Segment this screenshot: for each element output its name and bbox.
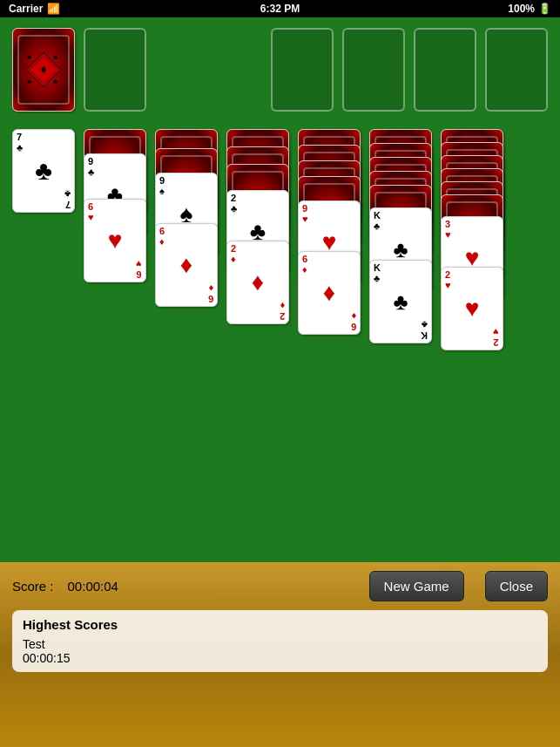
status-time: 6:32 PM: [260, 3, 300, 15]
status-left: Carrier 📶: [9, 3, 60, 15]
svg-text:♦: ♦: [40, 62, 46, 76]
stock-card[interactable]: ♦ ♣ ♣ ♣ ♣: [12, 28, 75, 112]
foundation-1[interactable]: [271, 28, 334, 112]
status-bar: Carrier 📶 6:32 PM 100% 🔋: [0, 0, 560, 17]
score-bar: Score : 00:00:04 New Game Close: [0, 562, 560, 610]
column-3[interactable]: ♦ ♦ 9♠ 9♠ ♠ 6♦ 6♦ ♦: [155, 129, 218, 373]
high-scores-panel: Highest Scores Test 00:00:15: [12, 610, 548, 672]
game-area: ♦ ♣ ♣ ♣ ♣: [0, 17, 560, 580]
column-2[interactable]: ♦ 9♣ 9♣ ♣ 6♥ 6♥ ♥: [84, 129, 146, 329]
card-2h[interactable]: 2♥ 2♥ ♥: [441, 267, 503, 350]
svg-text:♣: ♣: [27, 53, 32, 61]
card-7c[interactable]: 7♣ 7♣ ♣: [12, 129, 75, 213]
stock-pile[interactable]: ♦ ♣ ♣ ♣ ♣: [12, 28, 75, 112]
foundation-2[interactable]: [342, 28, 405, 112]
svg-text:♣: ♣: [53, 53, 58, 61]
waste-pile[interactable]: [84, 28, 146, 112]
high-score-time: 00:00:15: [23, 651, 537, 665]
column-4[interactable]: ♦ ♦ ♦ 2♣ 2♣ ♣ 2♦ 2♦ ♦: [226, 129, 289, 390]
card-6d[interactable]: 6♦ 6♦ ♦: [155, 223, 218, 307]
bottom-panel: Score : 00:00:04 New Game Close Highest …: [0, 562, 560, 747]
close-button[interactable]: Close: [485, 571, 548, 601]
card-6d-col5[interactable]: 6♦ 6♦ ♦: [298, 251, 361, 335]
foundation-3[interactable]: [414, 28, 476, 112]
top-row: ♦ ♣ ♣ ♣ ♣: [0, 17, 560, 112]
battery-icon: 🔋: [538, 3, 551, 15]
wifi-icon: 📶: [47, 3, 60, 15]
new-game-button[interactable]: New Game: [369, 571, 464, 601]
high-score-name: Test: [23, 637, 537, 651]
score-value: 00:00:04: [68, 579, 118, 594]
svg-text:♣: ♣: [27, 78, 32, 85]
column-7[interactable]: ♦ ♦ ♦ ♦ ♦ ♦ 3♥ 3♥ ♥ 2♥: [441, 129, 503, 469]
card-2d[interactable]: 2♦ 2♦ ♦: [226, 241, 289, 324]
card-kc-2[interactable]: K♣ K♣ ♣: [369, 260, 432, 343]
columns-area: 7♣ 7♣ ♣ ♦ 9♣ 9♣ ♣ 6♥: [0, 120, 560, 469]
column-1[interactable]: 7♣ 7♣ ♣: [12, 129, 75, 303]
svg-text:♣: ♣: [53, 78, 58, 85]
carrier-label: Carrier: [9, 3, 43, 15]
column-5[interactable]: ♦ ♦ ♦ ♦ 9♥ 9♥ ♥ 6♦ 6♦ ♦: [298, 129, 361, 425]
card-6h[interactable]: 6♥ 6♥ ♥: [84, 199, 146, 282]
status-right: 100% 🔋: [508, 3, 551, 15]
column-6[interactable]: ♦ ♦ ♦ ♦ ♦ K♣ K♣ ♣ K♣ K♣ ♣: [369, 129, 432, 452]
high-scores-title: Highest Scores: [23, 617, 537, 632]
score-label: Score :: [12, 579, 54, 594]
battery-label: 100%: [508, 3, 535, 15]
foundation-4[interactable]: [485, 28, 548, 112]
